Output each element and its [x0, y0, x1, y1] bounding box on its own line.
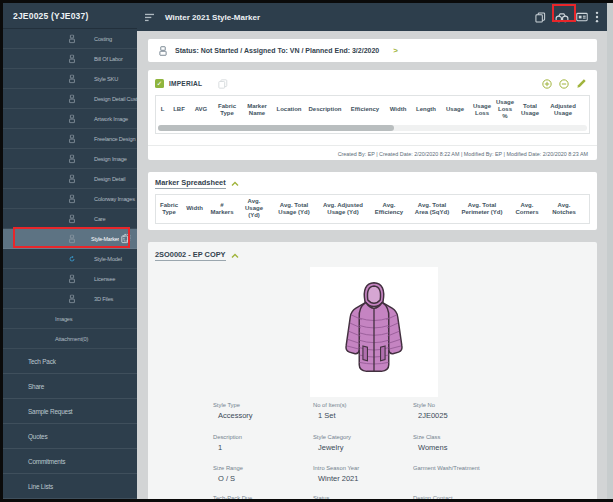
horizontal-scrollbar[interactable] — [158, 125, 587, 131]
sidebar-item-care[interactable]: Care — [3, 209, 137, 229]
column-header[interactable]: Avg. Total Perimeter (Yd) — [455, 195, 509, 223]
field-label: Garment Wash/Treatment — [413, 465, 553, 472]
sidebar-item-commitments[interactable]: Commitments — [3, 449, 137, 474]
chevron-right-icon[interactable]: > — [393, 46, 398, 55]
field-label: Style No — [413, 402, 553, 409]
sidebar-item-licensee[interactable]: Licensee — [3, 269, 137, 289]
sidebar-item-label: Sample Request — [28, 408, 72, 415]
sidebar-item-label: Costing — [94, 36, 112, 42]
column-header[interactable]: Avg. Efficiency — [369, 195, 409, 223]
column-header[interactable]: Fabric Type — [156, 195, 182, 223]
column-header[interactable]: LBF — [169, 96, 189, 124]
node-icon — [69, 114, 75, 123]
column-header[interactable]: Width — [182, 195, 207, 223]
sidebar-item-label: Bill Of Labor — [94, 56, 123, 62]
sidebar-item-bill-of-labor[interactable]: Bill Of Labor — [3, 49, 137, 69]
collapse-caret-icon[interactable] — [231, 181, 239, 187]
copy-icon[interactable] — [119, 233, 131, 244]
field-label: Style Type — [213, 402, 313, 409]
remove-row-icon[interactable] — [559, 79, 569, 89]
node-icon — [69, 274, 75, 283]
sidebar-item-share[interactable]: Share — [3, 374, 137, 399]
sidebar-item-artwork-image[interactable]: Artwork Image — [3, 109, 137, 129]
field-value: Accessory — [218, 411, 313, 420]
sidebar-item-images[interactable]: Images — [3, 309, 137, 329]
sidebar-item-label: Quotes — [28, 433, 47, 440]
column-header[interactable]: Avg. Corners — [509, 195, 545, 223]
sidebar-item-label: Style-Marker — [91, 236, 119, 242]
imperial-label: IMPERIAL — [169, 80, 202, 87]
sidebar-item-style-sku[interactable]: Style SKU — [3, 69, 137, 89]
status-bar[interactable]: Status: Not Started / Assigned To: VN / … — [148, 39, 597, 62]
column-header[interactable]: Usage Loss % — [495, 96, 515, 124]
column-header[interactable]: Fabric Type — [213, 96, 241, 124]
sidebar-item-tech-pack[interactable]: Tech Pack — [3, 349, 137, 374]
sidebar-item-style-marker[interactable]: Style-Marker — [3, 229, 137, 249]
sidebar-item-attachment-0-[interactable]: Attachment(0) — [3, 329, 137, 349]
sidebar-item-quotes[interactable]: Quotes — [3, 424, 137, 449]
field-label: Tech-Pack Due — [213, 495, 313, 500]
sidebar-item-line-lists[interactable]: Line Lists — [3, 474, 137, 499]
field-value: 1 Set — [318, 411, 413, 420]
column-header[interactable]: Avg. Total Usage (Yd) — [271, 195, 317, 223]
monitor-icon[interactable] — [576, 12, 588, 23]
sidebar-item-design-image[interactable]: Design Image — [3, 149, 137, 169]
column-header[interactable]: Length — [411, 96, 441, 124]
binoculars-icon[interactable] — [555, 12, 569, 23]
field-label: No of Item(s) — [313, 402, 413, 409]
sidebar-item-label: Style-Model — [94, 256, 122, 262]
column-header[interactable]: Avg. Notches — [545, 195, 583, 223]
sidebar-item-design-detail[interactable]: Design Detail — [3, 169, 137, 189]
column-header[interactable]: Marker Name — [241, 96, 273, 124]
imperial-checkbox[interactable]: ✓ — [155, 79, 164, 88]
field-label: Style Category — [313, 434, 413, 441]
column-header[interactable]: AVG — [189, 96, 213, 124]
column-header[interactable]: Description — [305, 96, 345, 124]
node-icon — [69, 174, 75, 183]
sidebar-item-freelance-design[interactable]: Freelance Design — [3, 129, 137, 149]
node-icon — [69, 294, 75, 303]
sidebar-item-sample-request[interactable]: Sample Request — [3, 399, 137, 424]
node-icon — [69, 94, 75, 103]
style-section-title: 2SO0002 - EP COPY — [155, 250, 226, 261]
main-area: Winter 2021 Style-Marker — [137, 3, 613, 499]
status-text: Status: Not Started / Assigned To: VN / … — [175, 47, 379, 54]
node-icon — [69, 74, 75, 83]
column-header[interactable]: Usage — [441, 96, 469, 124]
vertical-scrollbar[interactable] — [607, 3, 613, 499]
column-header[interactable]: Adjusted Usage — [545, 96, 581, 124]
column-header[interactable]: # Markers — [207, 195, 237, 223]
add-row-icon[interactable] — [542, 79, 552, 89]
sidebar-item-design-detail-custom[interactable]: Design Detail Custom — [3, 89, 137, 109]
field-value: Jewelry — [318, 443, 413, 452]
collapse-caret-icon[interactable] — [231, 253, 239, 259]
copy-icon[interactable] — [535, 12, 546, 23]
sidebar-item-3d-files[interactable]: 3D Files — [3, 289, 137, 309]
sidebar-item-label: Design Image — [94, 156, 127, 162]
column-header[interactable]: Width — [385, 96, 411, 124]
node-icon — [69, 234, 75, 243]
sidebar-item-label: Tech Pack — [28, 358, 56, 365]
copy-icon[interactable] — [218, 79, 228, 89]
jacket-illustration — [333, 280, 415, 384]
column-header[interactable]: Efficiency — [345, 96, 385, 124]
column-header[interactable]: Usage Loss — [469, 96, 495, 124]
sidebar-item-costing[interactable]: Costing — [3, 29, 137, 49]
node-icon — [69, 194, 75, 203]
column-header[interactable]: Total Usage — [515, 96, 545, 124]
marker-spreadsheet-panel: Marker Spreadsheet Fabric TypeWidth# Mar… — [148, 172, 597, 230]
sidebar-item-label: Artwork Image — [94, 116, 128, 122]
sidebar-item-style-model[interactable]: Style-Model — [3, 249, 137, 269]
kebab-menu-icon[interactable] — [595, 11, 599, 23]
column-header[interactable]: Avg. Total Area (SqYd) — [409, 195, 455, 223]
column-header[interactable]: Avg. Adjusted Usage (Yd) — [317, 195, 369, 223]
column-header[interactable]: L — [156, 96, 169, 124]
edit-pencil-icon[interactable] — [576, 78, 587, 89]
column-header[interactable]: Avg. Usage (Yd) — [237, 195, 271, 223]
sidebar-item-label: Care — [94, 216, 106, 222]
collapse-menu-icon[interactable] — [145, 13, 156, 22]
sidebar-item-colorway-images[interactable]: Colorway Images — [3, 189, 137, 209]
column-header[interactable]: Location — [273, 96, 305, 124]
sidebar-item-label: Colorway Images — [94, 196, 135, 202]
sidebar-item-label: Design Detail — [94, 176, 125, 182]
